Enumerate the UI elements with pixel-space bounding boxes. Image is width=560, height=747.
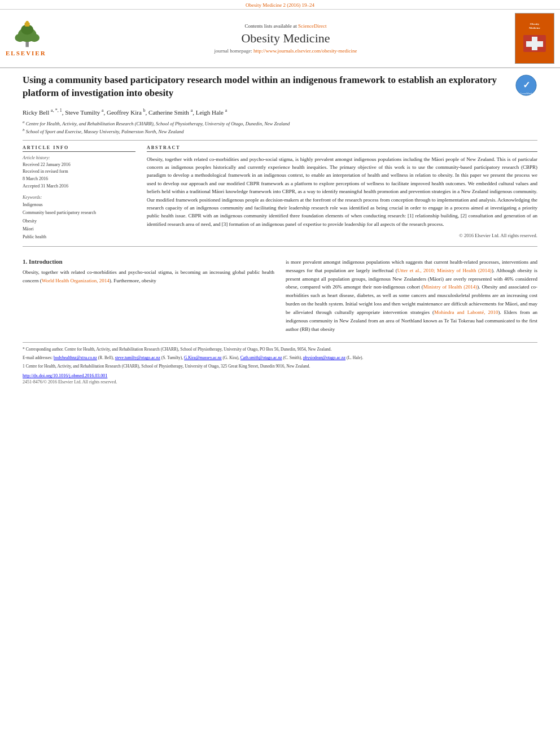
author-leigh-hale: Leigh Hale a — [196, 109, 228, 116]
article-copyright: 2451-8476/© 2016 Elsevier Ltd. All right… — [23, 379, 537, 385]
section-divider-2 — [23, 246, 537, 247]
keyword-obesity: Obesity — [23, 217, 135, 225]
utter-ref-link[interactable]: Utter et al., 2010; Ministry of Health (… — [397, 268, 492, 273]
email-tumilty[interactable]: steve.tumilty@otago.ac.nz — [115, 355, 160, 360]
abstract-column: ABSTRACT Obesity, together with related … — [147, 145, 537, 242]
svg-point-3 — [29, 34, 40, 42]
who-reference-link[interactable]: World Health Organization, 2014 — [42, 278, 110, 283]
homepage-url[interactable]: http://www.journals.elsevier.com/obesity… — [253, 48, 357, 54]
journal-header: ELSEVIER Contents lists available at Sci… — [0, 10, 560, 68]
moh-ref-link[interactable]: Ministry of Health (2014) — [423, 284, 478, 290]
abstract-heading: ABSTRACT — [147, 145, 537, 152]
article-info-abstract-row: ARTICLE INFO Article history: Received 2… — [23, 145, 537, 242]
author-steve-tumilty: Steve Tumilty a — [65, 109, 103, 116]
abstract-text: Obesity, together with related co-morbid… — [147, 155, 537, 229]
journal-citation-bar: Obesity Medicine 2 (2016) 19–24 — [0, 0, 560, 10]
elsevier-tree-icon — [6, 20, 51, 49]
intro-right-text: is more prevalent amongst indigenous pop… — [286, 258, 537, 334]
email-bell[interactable]: bodyhealthnz@xtra.co.nz — [54, 355, 97, 360]
section-divider — [23, 140, 537, 141]
doi-link[interactable]: http://dx.doi.org/10.1016/j.obmed.2016.0… — [23, 373, 107, 378]
doi-line: http://dx.doi.org/10.1016/j.obmed.2016.0… — [23, 373, 537, 378]
abstract-copyright: © 2016 Elsevier Ltd. All rights reserved… — [147, 233, 537, 238]
author-geoffrey-kira: Geoffrey Kira b — [107, 109, 146, 116]
svg-rect-9 — [526, 41, 543, 47]
article-info-heading: ARTICLE INFO — [23, 145, 135, 152]
intro-left-text: Obesity, together with related co-morbid… — [23, 268, 274, 285]
svg-text:CrossMark: CrossMark — [520, 92, 533, 95]
svg-point-6 — [25, 21, 28, 24]
cover-label-medicine: Medicine — [529, 26, 540, 30]
footnotes-section: * Corresponding author. Centre for Healt… — [23, 342, 537, 370]
svg-text:✓: ✓ — [523, 80, 530, 90]
journal-info-center: Contents lists available at ScienceDirec… — [73, 23, 498, 54]
author-ricky-bell: Ricky Bell a, *, 1 — [23, 109, 62, 116]
history-label: Article history: — [23, 155, 135, 160]
article-history: Article history: Received 22 January 201… — [23, 155, 135, 190]
accepted-date: Accepted 31 March 2016 — [23, 183, 135, 190]
intro-section-heading: 1. Introduction — [23, 258, 274, 265]
received-revised-label: Received in revised form — [23, 168, 135, 176]
affiliations: a Centre for Health, Activity, and Rehab… — [23, 119, 537, 136]
intro-left-col: 1. Introduction Obesity, together with r… — [23, 258, 274, 334]
cover-label-obesity: Obesity — [529, 22, 540, 26]
elsevier-logo-area: ELSEVIER — [6, 20, 73, 56]
journal-cover-image: Obesity Medicine — [515, 13, 554, 64]
email-kira[interactable]: G.Kira@massey.ac.nz — [184, 355, 222, 360]
revised-date: 8 March 2016 — [23, 176, 135, 183]
keyword-cbpr: Community based participatory research — [23, 209, 135, 217]
elsevier-logo: ELSEVIER — [6, 20, 73, 56]
keyword-maori: Māori — [23, 225, 135, 233]
article-content: Using a community based participatory re… — [0, 68, 560, 390]
journal-homepage: journal homepage: http://www.journals.el… — [73, 48, 498, 54]
crossmark-icon: ✓ CrossMark — [515, 74, 537, 97]
contents-line: Contents lists available at ScienceDirec… — [73, 23, 498, 29]
keyword-public-health: Public health — [23, 233, 135, 241]
author-catherine-smith: Catherine Smith a — [148, 109, 193, 116]
cover-graphic — [520, 32, 549, 55]
introduction-section: 1. Introduction Obesity, together with r… — [23, 258, 537, 334]
authors-line: Ricky Bell a, *, 1, Steve Tumilty a, Geo… — [23, 108, 537, 116]
keywords-label: Keywords: — [23, 195, 135, 200]
received-date: Received 22 January 2016 — [23, 161, 135, 169]
journal-title: Obesity Medicine — [73, 31, 498, 46]
footnote-1: 1 Centre for Health, Activity, and Rehab… — [23, 363, 537, 370]
article-info-column: ARTICLE INFO Article history: Received 2… — [23, 145, 135, 242]
email-hale[interactable]: physiodean@otago.ac.nz — [303, 355, 345, 360]
keyword-indigenous: Indigenous — [23, 201, 135, 209]
emails-label: E-mail addresses: — [23, 355, 54, 360]
affiliation-a: a Centre for Health, Activity, and Rehab… — [23, 119, 537, 128]
mohindra-ref-link[interactable]: Mohindra and Labonté, 2010 — [434, 309, 498, 315]
sciencedirect-link[interactable]: ScienceDirect — [298, 23, 326, 29]
email-smith[interactable]: Cath.smith@otago.ac.nz — [240, 355, 282, 360]
elsevier-name: ELSEVIER — [6, 50, 46, 56]
affiliation-b: b School of Sport and Exercise, Massey U… — [23, 127, 537, 136]
journal-citation: Obesity Medicine 2 (2016) 19–24 — [246, 2, 314, 8]
journal-cover-area: Obesity Medicine — [498, 13, 554, 64]
article-title-section: Using a community based participatory re… — [23, 74, 537, 103]
footnote-corresponding: * Corresponding author. Centre for Healt… — [23, 346, 537, 353]
footnote-emails: E-mail addresses: bodyhealthnz@xtra.co.n… — [23, 355, 537, 361]
intro-right-col: is more prevalent amongst indigenous pop… — [286, 258, 537, 334]
svg-point-2 — [15, 34, 25, 42]
keywords-section: Keywords: Indigenous Community based par… — [23, 195, 135, 242]
article-title: Using a community based participatory re… — [23, 74, 508, 100]
